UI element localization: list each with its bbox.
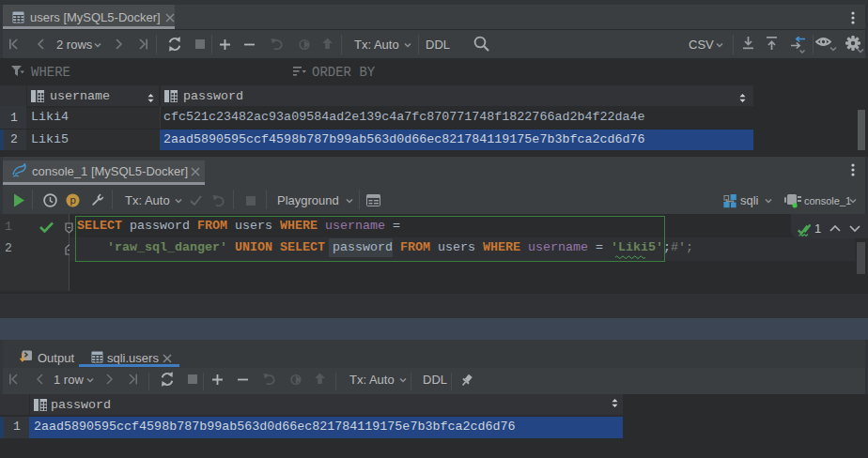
svg-text:p: p	[70, 194, 75, 206]
